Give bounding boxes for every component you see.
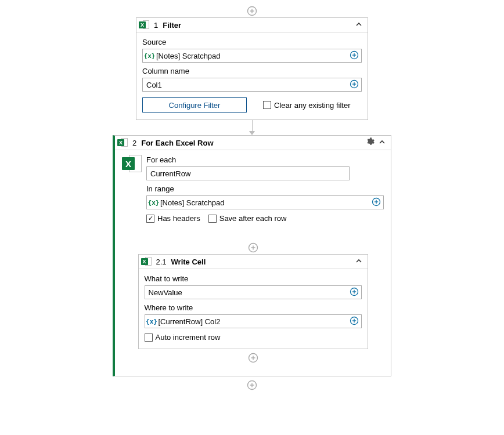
where-to-write-label: Where to write [145,302,362,312]
collapse-icon[interactable] [355,257,363,267]
filter-card-header[interactable]: X 1 Filter [136,18,368,32]
expand-field-icon[interactable] [372,197,381,208]
foreach-value: CurrentRow [149,169,347,178]
expand-field-icon[interactable] [350,79,359,90]
configure-filter-label: Configure Filter [169,101,221,110]
checkbox-box [145,334,153,342]
filter-card: X 1 Filter Source [Notes] Scratchpad Col… [136,17,368,120]
expand-field-icon[interactable] [350,316,359,327]
foreach-card-body: X For each CurrentRow In range [Notes] S… [115,150,391,376]
foreach-card-header[interactable]: X 2 For Each Excel Row [115,136,391,150]
add-step-button[interactable] [247,380,257,390]
checkbox-label: Clear any existing filter [274,101,351,110]
writecell-card-header[interactable]: X 2.1 Write Cell [139,255,368,269]
step-number: 2 [132,139,136,147]
step-number: 2.1 [156,258,167,266]
add-step-button[interactable] [247,6,257,16]
step-title: For Each Excel Row [141,139,213,147]
collapse-icon[interactable] [355,20,363,30]
excel-icon: X [117,137,128,148]
excel-icon: X [141,256,152,267]
auto-increment-row-checkbox[interactable]: Auto increment row [145,333,362,342]
column-name-label: Column name [142,65,362,75]
configure-filter-button[interactable]: Configure Filter [142,97,247,113]
excel-icon: X [122,154,142,173]
checkbox-box [263,101,271,109]
writecell-card: X 2.1 Write Cell What to write NewValue [138,254,368,349]
step-title: Filter [163,21,181,30]
source-value: [Notes] Scratchpad [156,52,347,60]
flow-connector [249,120,255,135]
where-to-write-value: [CurrentRow] Col2 [159,317,347,326]
filter-card-body: Source [Notes] Scratchpad Column name Co… [136,32,368,119]
checkbox-box [208,215,217,223]
step-title: Write Cell [171,258,206,266]
variable-icon [145,52,154,60]
settings-icon[interactable] [366,137,375,148]
what-to-write-label: What to write [145,273,362,283]
add-step-button[interactable] [248,242,258,253]
save-after-each-row-checkbox[interactable]: Save after each row [208,214,287,223]
expand-field-icon[interactable] [350,287,359,298]
step-number: 1 [154,21,158,30]
what-to-write-value: NewValue [147,288,347,297]
what-to-write-field[interactable]: NewValue [145,285,362,299]
foreach-field[interactable]: CurrentRow [146,166,350,180]
variable-icon [149,198,158,207]
where-to-write-field[interactable]: [CurrentRow] Col2 [145,314,362,328]
variable-icon [147,317,156,326]
checkbox-box: ✓ [146,215,154,223]
checkbox-label: Save after each row [219,214,287,223]
source-label: Source [142,36,362,46]
checkbox-label: Auto increment row [156,333,221,342]
in-range-label: In range [146,183,384,193]
foreach-card: X 2 For Each Excel Row X For each Curren… [113,135,391,376]
writecell-card-body: What to write NewValue Where to write [C… [139,269,368,349]
expand-field-icon[interactable] [350,50,359,61]
column-name-field[interactable]: Col1 [142,78,362,92]
clear-existing-filter-checkbox[interactable]: Clear any existing filter [263,101,351,110]
has-headers-checkbox[interactable]: ✓ Has headers [146,214,200,223]
add-step-button[interactable] [248,353,258,363]
excel-icon: X [139,20,149,30]
source-field[interactable]: [Notes] Scratchpad [142,49,362,63]
column-name-value: Col1 [145,81,347,89]
in-range-field[interactable]: [Notes] Scratchpad [146,195,384,209]
collapse-icon[interactable] [378,138,386,148]
foreach-label: For each [146,154,384,164]
in-range-value: [Notes] Scratchpad [160,198,369,207]
checkbox-label: Has headers [157,214,200,223]
